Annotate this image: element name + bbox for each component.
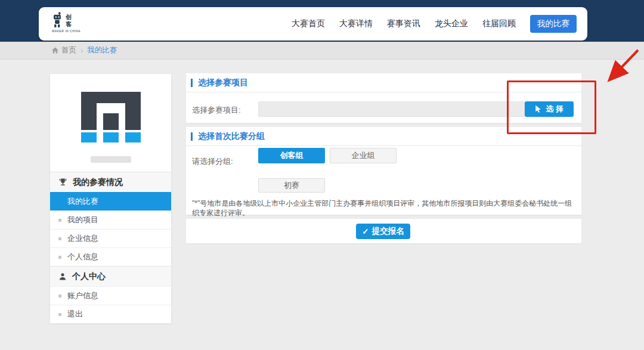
- project-field-label: 选择参赛项目:: [192, 105, 241, 116]
- sidebar-item-label: 个人信息: [67, 252, 98, 262]
- cursor-pointer-icon: [535, 105, 542, 113]
- nav-item-enterprises[interactable]: 龙头企业: [435, 18, 468, 29]
- sidebar-section-participation: 我的参赛情况: [50, 172, 171, 192]
- user-m-logo: [81, 92, 141, 143]
- site-header: 创 客 MAKER IN CHINA 大赛首页 大赛详情 赛事资讯 龙头企业 往…: [39, 7, 587, 41]
- sidebar-item-account-info[interactable]: 账户信息: [50, 286, 171, 305]
- logo-char-1: 创: [66, 14, 72, 20]
- bullet-icon: [58, 313, 61, 316]
- sidebar-item-logout[interactable]: 退出: [50, 305, 171, 323]
- select-project-button[interactable]: 选 择: [525, 101, 574, 117]
- breadcrumb-current[interactable]: 我的比赛: [87, 45, 117, 55]
- bullet-icon: [58, 256, 61, 259]
- nav-button-my-competition[interactable]: 我的比赛: [530, 15, 577, 33]
- bullet-icon: [58, 295, 61, 298]
- sidebar-item-label: 账户信息: [67, 290, 98, 301]
- sidebar-section-title: 我的参赛情况: [73, 177, 123, 188]
- sidebar-item-personal-info[interactable]: 个人信息: [50, 247, 171, 266]
- section-accent-bar: [191, 79, 193, 87]
- sidebar-section-title: 个人中心: [72, 271, 106, 282]
- avatar-box: [50, 74, 171, 172]
- sidebar-item-my-projects[interactable]: 我的项目: [50, 210, 171, 229]
- group-option-maker[interactable]: 创客组: [258, 148, 325, 163]
- sidebar-section-personal-center: 个人中心: [50, 266, 171, 286]
- bullet-icon: [58, 237, 61, 240]
- project-input[interactable]: [258, 101, 525, 117]
- breadcrumb-separator: ›: [80, 47, 83, 55]
- user-icon: [58, 272, 67, 281]
- sidebar-item-label: 我的项目: [67, 215, 98, 225]
- submit-button-label: 提交报名: [372, 226, 404, 237]
- section-accent-bar: [191, 132, 193, 141]
- footnote: "*"号地市是由各地级以上市中小企业主管部门主办赛事并组织项目评审，其他地市所报…: [192, 199, 578, 218]
- round-option-preliminary[interactable]: 初赛: [258, 178, 325, 193]
- breadcrumb-home-link[interactable]: 首页: [51, 45, 76, 55]
- bullet-icon: [58, 219, 61, 222]
- site-logo[interactable]: 创 客 MAKER IN CHINA: [51, 12, 104, 37]
- section-header: 选择参赛项目: [186, 73, 581, 92]
- username-redacted: [91, 156, 131, 163]
- nav-item-past[interactable]: 往届回顾: [482, 18, 516, 29]
- main-nav: 大赛首页 大赛详情 赛事资讯 龙头企业 往届回顾 我的比赛: [292, 7, 577, 41]
- logo-caption: MAKER IN CHINA: [52, 29, 104, 33]
- panel-select-project: 选择参赛项目 选择参赛项目: 选 择: [186, 73, 581, 123]
- sidebar-item-company-info[interactable]: 企业信息: [50, 229, 171, 247]
- breadcrumb: 首页 › 我的比赛: [0, 42, 644, 60]
- panel-select-group: 选择首次比赛分组 请选择分组: 创客组 企业组 初赛 "*"号地市是由各地级以上…: [186, 127, 581, 215]
- sidebar-item-my-competition[interactable]: 我的比赛: [50, 192, 171, 210]
- group-field-label: 请选择分组:: [192, 156, 233, 167]
- sidebar-item-label: 我的比赛: [67, 196, 98, 207]
- check-icon: ✓: [362, 227, 369, 236]
- home-icon: [51, 47, 59, 54]
- sidebar-item-label: 企业信息: [67, 233, 98, 244]
- sidebar-item-label: 退出: [67, 309, 83, 320]
- trophy-icon: [58, 178, 67, 187]
- breadcrumb-home-label: 首页: [61, 45, 76, 55]
- panel-submit: ✓ 提交报名: [186, 219, 581, 243]
- nav-item-news[interactable]: 赛事资讯: [387, 18, 420, 29]
- sidebar: 我的参赛情况 我的比赛 我的项目 企业信息 个人信息 个人中心 账户信息 退出: [49, 73, 172, 324]
- section-header: 选择首次比赛分组: [186, 127, 581, 146]
- nav-item-details[interactable]: 大赛详情: [339, 18, 373, 29]
- group-option-enterprise[interactable]: 企业组: [330, 148, 397, 163]
- select-button-label: 选 择: [546, 104, 564, 114]
- submit-registration-button[interactable]: ✓ 提交报名: [356, 224, 410, 239]
- robot-logo-icon: [51, 12, 64, 29]
- nav-item-home[interactable]: 大赛首页: [292, 18, 325, 29]
- section-title: 选择参赛项目: [198, 78, 248, 88]
- section-title: 选择首次比赛分组: [198, 131, 265, 142]
- logo-char-2: 客: [66, 21, 72, 27]
